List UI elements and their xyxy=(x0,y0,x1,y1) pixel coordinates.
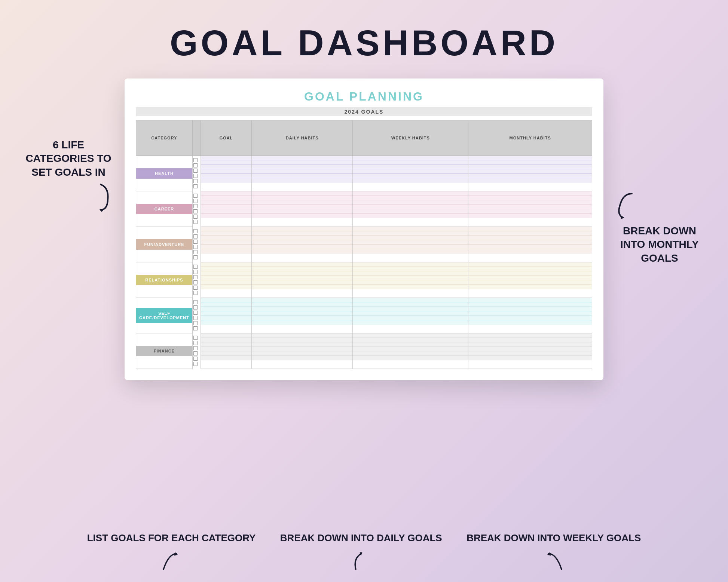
weekly-cell-selfcare[interactable] xyxy=(353,298,468,333)
line xyxy=(201,165,251,169)
monthly-cell-relationships[interactable] xyxy=(468,262,592,298)
line xyxy=(353,214,468,218)
goal-cell-finance[interactable] xyxy=(201,333,251,369)
line xyxy=(468,249,592,254)
monthly-cell-finance[interactable] xyxy=(468,333,592,369)
line xyxy=(201,205,251,209)
col-header-checkbox-spacer xyxy=(192,120,201,156)
checkbox[interactable] xyxy=(193,229,198,233)
bottom-arrow-1-icon xyxy=(158,548,184,575)
daily-cell-health[interactable] xyxy=(252,156,353,191)
weekly-cell-fun[interactable] xyxy=(353,227,468,262)
line xyxy=(252,280,352,285)
checkbox[interactable] xyxy=(193,265,198,269)
checkbox[interactable] xyxy=(193,291,198,295)
checkbox[interactable] xyxy=(193,357,198,361)
line xyxy=(353,298,468,302)
checkbox[interactable] xyxy=(193,316,198,320)
checkbox[interactable] xyxy=(193,362,198,366)
checkbox[interactable] xyxy=(193,179,198,183)
line xyxy=(252,156,352,160)
line xyxy=(468,333,592,338)
monthly-cell-selfcare[interactable] xyxy=(468,298,592,333)
monthly-cell-fun[interactable] xyxy=(468,227,592,262)
weekly-cell-relationships[interactable] xyxy=(353,262,468,298)
checkbox[interactable] xyxy=(193,286,198,290)
checkbox[interactable] xyxy=(193,341,198,345)
checkbox[interactable] xyxy=(193,194,198,198)
line xyxy=(353,236,468,240)
checkbox[interactable] xyxy=(193,311,198,315)
bottom-arrow-3-icon xyxy=(541,548,567,575)
line xyxy=(252,356,352,360)
checkbox[interactable] xyxy=(193,169,198,173)
line xyxy=(353,165,468,169)
checkbox[interactable] xyxy=(193,204,198,208)
line xyxy=(252,276,352,280)
line xyxy=(468,245,592,249)
checkbox[interactable] xyxy=(193,336,198,340)
checkbox[interactable] xyxy=(193,321,198,325)
table-row: RELATIONSHIPS xyxy=(136,262,592,298)
goal-cell-selfcare[interactable] xyxy=(201,298,251,333)
line xyxy=(468,267,592,271)
checkbox[interactable] xyxy=(193,351,198,355)
monthly-cell-health[interactable] xyxy=(468,156,592,191)
checkbox[interactable] xyxy=(193,255,198,259)
line xyxy=(252,316,352,320)
checkbox[interactable] xyxy=(193,346,198,350)
left-annotation: 6 LIFE CATEGORIES TO SET GOALS IN xyxy=(20,78,125,213)
line xyxy=(353,280,468,285)
line xyxy=(201,347,251,351)
checkbox[interactable] xyxy=(193,326,198,330)
line xyxy=(353,200,468,205)
category-cell-relationships: RELATIONSHIPS xyxy=(136,262,193,298)
line xyxy=(468,276,592,280)
checkbox[interactable] xyxy=(193,270,198,274)
checkbox[interactable] xyxy=(193,199,198,203)
goal-cell-career[interactable] xyxy=(201,191,251,227)
checkbox[interactable] xyxy=(193,245,198,249)
checkbox[interactable] xyxy=(193,163,198,167)
line xyxy=(468,311,592,316)
checkbox[interactable] xyxy=(193,158,198,162)
checkbox[interactable] xyxy=(193,300,198,304)
line xyxy=(468,342,592,347)
line xyxy=(353,347,468,351)
line xyxy=(252,200,352,205)
line xyxy=(201,236,251,240)
checkbox[interactable] xyxy=(193,220,198,224)
weekly-cell-health[interactable] xyxy=(353,156,468,191)
checkbox[interactable] xyxy=(193,305,198,310)
monthly-cell-career[interactable] xyxy=(468,191,592,227)
checkbox[interactable] xyxy=(193,250,198,254)
weekly-cell-career[interactable] xyxy=(353,191,468,227)
line xyxy=(353,316,468,320)
daily-cell-relationships[interactable] xyxy=(252,262,353,298)
checkbox[interactable] xyxy=(193,280,198,284)
weekly-cell-finance[interactable] xyxy=(353,333,468,369)
goal-cell-fun[interactable] xyxy=(201,227,251,262)
line xyxy=(201,271,251,276)
year-label: 2024 GOALS xyxy=(136,107,592,116)
checkbox[interactable] xyxy=(193,240,198,244)
daily-cell-career[interactable] xyxy=(252,191,353,227)
checkbox[interactable] xyxy=(193,174,198,178)
line xyxy=(201,285,251,289)
checkbox[interactable] xyxy=(193,184,198,188)
daily-cell-finance[interactable] xyxy=(252,333,353,369)
daily-cell-fun[interactable] xyxy=(252,227,353,262)
line xyxy=(353,276,468,280)
line xyxy=(252,311,352,316)
goal-cell-relationships[interactable] xyxy=(201,262,251,298)
line xyxy=(468,356,592,360)
line xyxy=(201,280,251,285)
checkbox[interactable] xyxy=(193,275,198,279)
checkbox[interactable] xyxy=(193,234,198,238)
line xyxy=(468,280,592,285)
daily-cell-selfcare[interactable] xyxy=(252,298,353,333)
goal-cell-health[interactable] xyxy=(201,156,251,191)
checkbox[interactable] xyxy=(193,209,198,213)
line xyxy=(252,249,352,254)
checkbox[interactable] xyxy=(193,215,198,219)
